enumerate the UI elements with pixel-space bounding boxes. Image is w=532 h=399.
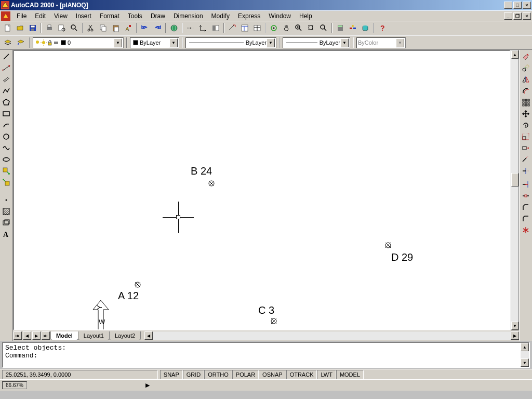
make-block-tool[interactable] bbox=[1, 177, 12, 188]
tab-prev-button[interactable]: ◀ bbox=[23, 331, 31, 340]
otrack-toggle[interactable]: OTRACK bbox=[286, 370, 317, 379]
polygon-tool[interactable] bbox=[1, 97, 12, 108]
properties-button[interactable] bbox=[239, 22, 250, 34]
snap-toggle[interactable]: SNAP bbox=[160, 370, 183, 379]
tab-model[interactable]: Model bbox=[50, 331, 78, 340]
erase-tool[interactable] bbox=[520, 51, 531, 62]
cmd-scroll-down[interactable]: ▼ bbox=[521, 358, 529, 367]
tracking-button[interactable] bbox=[185, 22, 196, 34]
rectangle-tool[interactable] bbox=[1, 108, 12, 119]
cut-button[interactable] bbox=[85, 22, 97, 34]
match-properties-button[interactable] bbox=[123, 22, 134, 34]
vertical-scrollbar[interactable]: ▲ ▼ bbox=[511, 50, 519, 330]
maximize-button[interactable]: □ bbox=[513, 2, 522, 9]
menu-insert[interactable]: Insert bbox=[72, 11, 96, 21]
minimize-button[interactable]: _ bbox=[504, 2, 512, 9]
options-button[interactable] bbox=[347, 22, 358, 34]
move-tool[interactable] bbox=[520, 108, 531, 119]
fillet-tool[interactable] bbox=[520, 213, 531, 224]
spline-tool[interactable] bbox=[1, 142, 12, 154]
zoom-realtime-button[interactable] bbox=[293, 22, 304, 34]
redo-button[interactable] bbox=[152, 22, 163, 34]
ortho-toggle[interactable]: ORTHO bbox=[204, 370, 232, 379]
scale-tool[interactable] bbox=[520, 131, 531, 142]
layer-prev-button[interactable] bbox=[15, 37, 26, 48]
point-a-marker[interactable] bbox=[134, 281, 141, 288]
hscroll-track[interactable] bbox=[153, 331, 511, 340]
print-preview-button[interactable] bbox=[56, 22, 68, 34]
dist-button[interactable] bbox=[227, 22, 238, 34]
ucs-button[interactable] bbox=[197, 22, 209, 34]
chamfer-tool[interactable] bbox=[520, 202, 531, 213]
menu-help[interactable]: Help bbox=[295, 11, 316, 21]
print-button[interactable] bbox=[44, 22, 55, 34]
scroll-thumb[interactable] bbox=[511, 173, 518, 187]
undo-button[interactable] bbox=[139, 22, 151, 34]
model-toggle[interactable]: MODEL bbox=[336, 370, 364, 379]
arc-tool[interactable] bbox=[1, 119, 12, 131]
dbconnect-button[interactable] bbox=[251, 22, 263, 34]
hyperlink-button[interactable] bbox=[168, 22, 180, 34]
construction-line-tool[interactable] bbox=[1, 62, 12, 74]
save-button[interactable] bbox=[27, 22, 38, 34]
chevron-down-icon[interactable]: ▼ bbox=[114, 38, 122, 47]
tab-first-button[interactable]: ⏮ bbox=[14, 331, 22, 340]
drawing-canvas[interactable]: A 12 B 24 C 3 D 29 bbox=[13, 50, 511, 330]
tab-next-button[interactable]: ▶ bbox=[32, 331, 41, 340]
menu-edit[interactable]: Edit bbox=[31, 11, 50, 21]
offset-tool[interactable] bbox=[520, 85, 531, 97]
child-close-button[interactable]: × bbox=[523, 12, 531, 20]
menu-window[interactable]: Window bbox=[264, 11, 295, 21]
child-restore-button[interactable]: ❐ bbox=[513, 12, 522, 20]
layer-dropdown[interactable]: 0 ▼ bbox=[33, 37, 124, 48]
menu-view[interactable]: View bbox=[50, 11, 72, 21]
menu-draw[interactable]: Draw bbox=[147, 11, 169, 21]
tab-layout2[interactable]: Layout2 bbox=[109, 331, 141, 340]
chevron-down-icon[interactable]: ▼ bbox=[267, 38, 275, 47]
child-window-icon[interactable] bbox=[1, 11, 10, 21]
rotate-tool[interactable] bbox=[520, 119, 531, 131]
lwt-toggle[interactable]: LWT bbox=[317, 370, 336, 379]
stretch-tool[interactable] bbox=[520, 142, 531, 154]
lengthen-tool[interactable] bbox=[520, 154, 531, 165]
menu-dimension[interactable]: Dimension bbox=[169, 11, 207, 21]
circle-tool[interactable] bbox=[1, 131, 12, 142]
cmd-scroll-up[interactable]: ▲ bbox=[521, 343, 529, 351]
scroll-left-button[interactable]: ◀ bbox=[144, 331, 153, 340]
calc-button[interactable] bbox=[335, 22, 346, 34]
linetype-dropdown[interactable]: ByLayer ▼ bbox=[185, 37, 276, 48]
extend-tool[interactable] bbox=[520, 179, 531, 190]
copy-button[interactable] bbox=[98, 22, 109, 34]
osnap-toggle[interactable]: OSNAP bbox=[259, 370, 286, 379]
menu-express[interactable]: Express bbox=[234, 11, 264, 21]
menu-modify[interactable]: Modify bbox=[207, 11, 234, 21]
mirror-tool[interactable] bbox=[520, 74, 531, 85]
multiline-tool[interactable] bbox=[1, 74, 12, 85]
adc-button[interactable] bbox=[210, 22, 221, 34]
scroll-right-button[interactable]: ▶ bbox=[511, 331, 519, 340]
trim-tool[interactable] bbox=[520, 165, 531, 177]
polyline-tool[interactable] bbox=[1, 85, 12, 97]
child-minimize-button[interactable]: _ bbox=[504, 12, 512, 20]
array-tool[interactable] bbox=[520, 97, 531, 108]
chevron-down-icon[interactable]: ▼ bbox=[340, 38, 349, 47]
menu-format[interactable]: Format bbox=[96, 11, 124, 21]
region-tool[interactable] bbox=[1, 217, 12, 229]
lineweight-dropdown[interactable]: ByLayer ▼ bbox=[283, 37, 350, 48]
close-button[interactable]: × bbox=[523, 2, 531, 9]
scroll-down-button[interactable]: ▼ bbox=[511, 322, 518, 330]
tab-layout1[interactable]: Layout1 bbox=[78, 331, 110, 340]
tab-last-button[interactable]: ⏭ bbox=[42, 331, 50, 340]
command-window[interactable]: Select objects: Command: ▲ ▼ bbox=[2, 342, 530, 368]
find-button[interactable] bbox=[69, 22, 80, 34]
explode-tool[interactable] bbox=[520, 224, 531, 236]
help-button[interactable]: ? bbox=[376, 22, 388, 34]
copy-tool[interactable] bbox=[520, 62, 531, 74]
redraw-button[interactable] bbox=[268, 22, 280, 34]
color-dropdown[interactable]: ByLayer ▼ bbox=[130, 37, 179, 48]
insert-block-tool[interactable] bbox=[1, 165, 12, 177]
hatch-tool[interactable] bbox=[1, 206, 12, 217]
new-button[interactable] bbox=[2, 22, 14, 34]
zoom-window-button[interactable] bbox=[305, 22, 317, 34]
point-d-marker[interactable] bbox=[384, 242, 392, 249]
